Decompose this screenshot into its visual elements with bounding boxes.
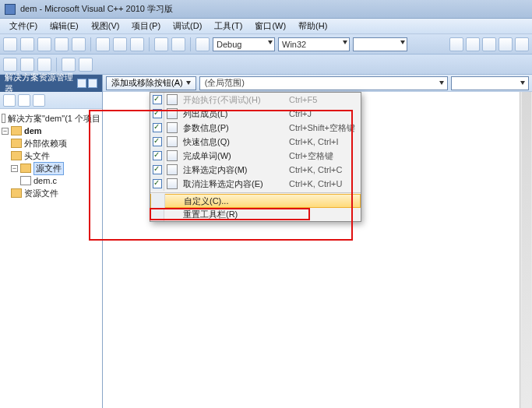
project-tree: 解决方案"dem"(1 个项目 −dem 外部依赖项 头文件 −源文件 dem.… xyxy=(0,109,102,408)
ext5-btn[interactable] xyxy=(515,37,529,51)
c-file-icon xyxy=(20,176,31,185)
save-btn[interactable] xyxy=(55,37,69,51)
collapse-icon[interactable]: − xyxy=(2,128,9,135)
platform-combo[interactable]: Win32 xyxy=(278,37,350,51)
vertical-scrollbar[interactable] xyxy=(520,92,532,408)
check-icon xyxy=(153,151,162,160)
tree-solution[interactable]: 解决方案"dem"(1 个项目 xyxy=(2,112,100,125)
ext3-btn[interactable] xyxy=(482,37,496,51)
menu-file[interactable]: 文件(F) xyxy=(3,19,44,33)
solution-icon xyxy=(2,114,5,123)
showall-btn[interactable] xyxy=(18,94,30,107)
start-btn[interactable] xyxy=(196,37,210,51)
check-icon xyxy=(153,137,162,146)
folder-icon xyxy=(20,164,31,173)
props-btn[interactable] xyxy=(3,94,16,107)
dd-uncomment-sel[interactable]: 取消注释选定内容(E) Ctrl+K, Ctrl+U xyxy=(150,177,361,191)
app-window: dem - Microsoft Visual C++ 2010 学习版 文件(F… xyxy=(0,0,532,408)
refresh-btn[interactable] xyxy=(33,94,45,107)
members-icon xyxy=(167,108,178,119)
extra-combo[interactable] xyxy=(353,37,407,51)
sidebar-dropdown-btn[interactable] xyxy=(77,79,86,88)
cut-btn[interactable] xyxy=(96,37,110,51)
param-icon xyxy=(167,122,178,133)
save-all-btn[interactable] xyxy=(72,37,86,51)
dd-reset-toolbar[interactable]: 重置工具栏(R) xyxy=(150,207,361,221)
right-tool-icons xyxy=(449,37,529,51)
run-icon xyxy=(167,94,178,105)
ext2-btn[interactable] xyxy=(466,37,480,51)
tb2-4[interactable] xyxy=(62,58,76,72)
dd-param-info[interactable]: 参数信息(P) Ctrl+Shift+空格键 xyxy=(150,121,361,135)
menu-project[interactable]: 项目(P) xyxy=(125,19,167,33)
menubar: 文件(F) 编辑(E) 视图(V) 项目(P) 调试(D) 工具(T) 窗口(W… xyxy=(0,19,532,34)
check-icon xyxy=(153,179,162,188)
tb2-5[interactable] xyxy=(79,58,93,72)
open-btn[interactable] xyxy=(37,37,51,51)
nav-row: 添加或移除按钮(A) (全局范围) xyxy=(103,75,532,92)
menu-separator xyxy=(150,192,361,193)
member-combo[interactable] xyxy=(451,76,529,90)
undo-btn[interactable] xyxy=(154,37,168,51)
tb2-3[interactable] xyxy=(37,58,51,72)
menu-view[interactable]: 视图(V) xyxy=(85,19,126,33)
solution-explorer: 解决方案资源管理器 解决方案"dem"(1 个项目 −dem 外部依赖项 头文件… xyxy=(0,75,103,408)
title-text: dem - Microsoft Visual C++ 2010 学习版 xyxy=(20,3,173,15)
check-icon xyxy=(153,123,162,132)
scope-combo[interactable]: (全局范围) xyxy=(199,76,448,90)
new-project-btn[interactable] xyxy=(3,37,17,51)
add-item-btn[interactable] xyxy=(20,37,34,51)
add-remove-buttons[interactable]: 添加或移除按钮(A) xyxy=(106,76,196,90)
paste-btn[interactable] xyxy=(130,37,144,51)
sidebar-header: 解决方案资源管理器 xyxy=(0,75,102,92)
tree-source[interactable]: −源文件 xyxy=(2,162,100,174)
chevron-down-icon xyxy=(268,40,273,44)
chevron-down-icon xyxy=(439,81,444,85)
titlebar: dem - Microsoft Visual C++ 2010 学习版 xyxy=(0,0,532,19)
ext1-btn[interactable] xyxy=(449,37,463,51)
menu-debug[interactable]: 调试(D) xyxy=(167,19,208,33)
tb2-1[interactable] xyxy=(3,58,17,72)
collapse-icon[interactable]: − xyxy=(11,165,18,172)
tree-extdeps[interactable]: 外部依赖项 xyxy=(2,137,100,149)
dd-start-nodebug[interactable]: 开始执行(不调试)(H) Ctrl+F5 xyxy=(150,93,361,107)
main-area: 添加或移除按钮(A) (全局范围) 开始执行(不调试)(H) Ctrl+F5 列… xyxy=(103,75,532,408)
toolbar-customize-menu: 开始执行(不调试)(H) Ctrl+F5 列出成员(L) Ctrl+J 参数信息… xyxy=(150,92,361,222)
comment-icon xyxy=(167,164,178,175)
main-toolbar: Debug Win32 xyxy=(0,34,532,55)
menu-tools[interactable]: 工具(T) xyxy=(208,19,248,33)
platform-value: Win32 xyxy=(282,40,306,49)
menu-edit[interactable]: 编辑(E) xyxy=(44,19,85,33)
tb2-2[interactable] xyxy=(20,58,34,72)
chevron-down-icon xyxy=(400,40,405,44)
config-combo[interactable]: Debug xyxy=(213,37,275,51)
tree-project[interactable]: −dem xyxy=(2,125,100,137)
body: 解决方案资源管理器 解决方案"dem"(1 个项目 −dem 外部依赖项 头文件… xyxy=(0,75,532,408)
sep xyxy=(90,37,91,51)
folder-icon xyxy=(11,139,22,148)
tree-file-demc[interactable]: dem.c xyxy=(2,174,100,187)
project-icon xyxy=(11,126,22,135)
copy-btn[interactable] xyxy=(113,37,127,51)
ext4-btn[interactable] xyxy=(499,37,513,51)
tree-headers[interactable]: 头文件 xyxy=(2,149,100,162)
dd-list-members[interactable]: 列出成员(L) Ctrl+J xyxy=(150,107,361,121)
scrollbar-thumb[interactable] xyxy=(522,92,531,408)
uncomment-icon xyxy=(167,178,178,189)
chevron-down-icon xyxy=(343,40,347,44)
sidebar-close-btn[interactable] xyxy=(88,79,97,88)
check-icon xyxy=(153,95,162,104)
dd-comment-sel[interactable]: 注释选定内容(M) Ctrl+K, Ctrl+C xyxy=(150,163,361,177)
menu-help[interactable]: 帮助(H) xyxy=(292,19,333,33)
dd-complete-word[interactable]: 完成单词(W) Ctrl+空格键 xyxy=(150,149,361,163)
sidebar-toolbar xyxy=(0,92,102,109)
menu-window[interactable]: 窗口(W) xyxy=(248,19,292,33)
config-value: Debug xyxy=(217,40,241,49)
dd-quick-info[interactable]: 快速信息(Q) Ctrl+K, Ctrl+I xyxy=(150,135,361,149)
tree-resource[interactable]: 资源文件 xyxy=(2,187,100,199)
sep xyxy=(149,37,150,51)
dd-customize[interactable]: 自定义(C)... xyxy=(150,194,361,208)
complete-icon xyxy=(167,150,178,161)
quickinfo-icon xyxy=(167,136,178,147)
redo-btn[interactable] xyxy=(171,37,185,51)
